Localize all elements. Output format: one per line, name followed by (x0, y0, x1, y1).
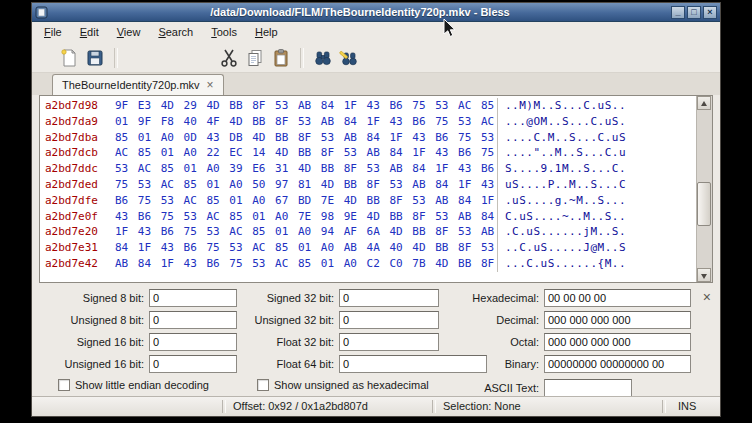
hex-bytes[interactable]: 84 1F 43 B6 75 53 AC 85 01 A0 AB 4A 40 4… (115, 240, 497, 256)
ascii-text[interactable]: ...@OM..S...C.uS. (497, 114, 626, 130)
hex-bytes[interactable]: 01 9F F8 40 4F 4D BB 8F 53 AB 84 1F 43 B… (115, 114, 497, 130)
tab-bar: TheBourneIdentity720p.mkv × (32, 73, 720, 95)
float-64bit-label: Float 64 bit: (232, 358, 334, 370)
hex-bytes[interactable]: 85 01 A0 0D 43 DB 4D BB 8F 53 AB 84 1F 4… (115, 130, 497, 146)
offset-label: a2bd7e20 (45, 224, 103, 240)
hexadecimal-input[interactable] (544, 289, 691, 307)
menu-item-tools[interactable]: Tools (202, 22, 246, 43)
panel-column-right: Hexadecimal:Decimal:Octal:Binary: (427, 289, 691, 377)
hex-view: a2bd7d989F E3 4D 29 4D BB 8F 53 AB 84 1F… (39, 95, 713, 283)
ascii-text[interactable]: .uS....g.~M..S... (497, 193, 626, 209)
hex-bytes[interactable]: AB 84 1F 43 B6 75 53 AC 85 01 A0 C2 C0 7… (115, 256, 497, 272)
unsigned-16bit-input[interactable] (149, 355, 237, 373)
find-button[interactable] (310, 45, 336, 71)
ascii-text[interactable]: ...C.uS......{M.. (497, 256, 626, 272)
menu-item-help[interactable]: Help (246, 22, 287, 43)
ascii-text[interactable]: S....9.1M..S...C. (497, 161, 626, 177)
unsigned-8bit-field: Unsigned 8 bit: (58, 311, 237, 329)
save-document-button[interactable] (82, 45, 108, 71)
tab-thebourneidentity720p-mkv[interactable]: TheBourneIdentity720p.mkv × (52, 74, 224, 95)
signed-16bit-field: Signed 16 bit: (58, 333, 237, 351)
ascii-text[interactable]: uS....P..M..S...C (497, 177, 626, 193)
hex-bytes[interactable]: 53 AC 85 01 A0 39 E6 31 4D BB 8F 53 AB 8… (115, 161, 497, 177)
unsigned-32bit-label: Unsigned 32 bit: (232, 314, 334, 326)
maximize-button[interactable]: □ (687, 6, 701, 19)
hex-bytes[interactable]: AC 85 01 A0 22 EC 14 4D BB 8F 53 AB 84 1… (115, 145, 497, 161)
binary-label: Binary: (427, 358, 539, 370)
tab-label: TheBourneIdentity720p.mkv (62, 79, 200, 91)
ascii-text[interactable]: ...."..M..S...C.u (497, 145, 626, 161)
minimize-button[interactable]: _ (671, 6, 685, 19)
octal-label: Octal: (427, 336, 539, 348)
checkbox-label: Show little endian decoding (75, 379, 209, 391)
unsigned-hex-checkbox[interactable]: Show unsigned as hexadecimal (257, 379, 429, 391)
panel-close-icon[interactable]: × (703, 291, 711, 303)
little-endian-checkbox[interactable]: Show little endian decoding (58, 379, 209, 391)
checkbox-box[interactable] (257, 379, 269, 391)
cut-button[interactable] (216, 45, 242, 71)
hex-bytes[interactable]: B6 75 53 AC 85 01 A0 67 BD 7E 4D BB 8F 5… (115, 193, 497, 209)
ascii-text[interactable]: ....C.M..S...C.uS (497, 130, 626, 146)
menu-item-file[interactable]: File (35, 22, 71, 43)
decimal-input[interactable] (544, 311, 691, 329)
signed-8bit-label: Signed 8 bit: (58, 292, 144, 304)
checkbox-box[interactable] (58, 379, 70, 391)
hexadecimal-field: Hexadecimal: (427, 289, 691, 307)
unsigned-32bit-input[interactable] (339, 311, 439, 329)
octal-input[interactable] (544, 333, 691, 351)
hex-row: a2bd7e201F 43 B6 75 53 AC 85 01 A0 94 AF… (40, 224, 696, 240)
statusbar-separator (432, 400, 436, 413)
menu-item-edit[interactable]: Edit (71, 22, 108, 43)
ascii-text[interactable]: ..M)M..S...C.uS.. (497, 98, 626, 114)
ascii-text[interactable]: C.uS....~..M..S.. (497, 209, 626, 225)
paste-button[interactable] (268, 45, 294, 71)
ascii-text[interactable]: ..C.uS.....J@M..S (497, 240, 626, 256)
signed-8bit-input[interactable] (149, 289, 237, 307)
window-title: /data/Download/FILM/TheBourneIdentity720… (51, 6, 669, 18)
ascii-text[interactable]: .C.uS......jM..S. (497, 224, 626, 240)
find-and-replace-button[interactable] (336, 45, 362, 71)
toolbar (32, 43, 720, 73)
panel-column-left: Signed 8 bit:Unsigned 8 bit:Signed 16 bi… (58, 289, 237, 377)
binary-input[interactable] (544, 355, 691, 373)
menu-item-search[interactable]: Search (149, 22, 202, 43)
hex-bytes[interactable]: 1F 43 B6 75 53 AC 85 01 A0 94 AF 6A 4D B… (115, 224, 497, 240)
scrollbar-thumb[interactable] (697, 182, 711, 227)
signed-16bit-input[interactable] (149, 333, 237, 351)
hex-row: a2bd7dba85 01 A0 0D 43 DB 4D BB 8F 53 AB… (40, 130, 696, 146)
vertical-scrollbar[interactable] (696, 96, 712, 282)
find-and-replace-icon (339, 48, 359, 68)
offset-label: a2bd7dba (45, 130, 103, 146)
hex-bytes[interactable]: 75 53 AC 85 01 A0 50 97 81 4D BB 8F 53 A… (115, 177, 497, 193)
checkbox-label: Show unsigned as hexadecimal (274, 379, 429, 391)
paste-icon (271, 48, 291, 68)
signed-16bit-label: Signed 16 bit: (58, 336, 144, 348)
signed-32bit-input[interactable] (339, 289, 439, 307)
tab-close-icon[interactable]: × (207, 80, 214, 90)
octal-field: Octal: (427, 333, 691, 351)
hex-bytes[interactable]: 43 B6 75 53 AC 85 01 A0 7E 98 9E 4D BB 8… (115, 209, 497, 225)
menu-bar: FileEditViewSearchToolsHelp (32, 22, 720, 43)
unsigned-8bit-label: Unsigned 8 bit: (58, 314, 144, 326)
checkbox-row: Show little endian decoding Show unsigne… (32, 379, 720, 397)
hex-bytes[interactable]: 9F E3 4D 29 4D BB 8F 53 AB 84 1F 43 B6 7… (115, 98, 497, 114)
unsigned-8bit-input[interactable] (149, 311, 237, 329)
new-document-button[interactable] (56, 45, 82, 71)
decimal-label: Decimal: (427, 314, 539, 326)
hexadecimal-label: Hexadecimal: (427, 292, 539, 304)
statusbar-insert-mode: INS (678, 400, 696, 412)
offset-label: a2bd7dcb (45, 145, 103, 161)
ascii-text-label: ASCII Text: (427, 382, 539, 394)
close-button[interactable]: × (703, 6, 717, 19)
ascii-text-input[interactable] (544, 379, 632, 397)
scroll-up-button[interactable] (697, 96, 711, 110)
scroll-down-button[interactable] (697, 268, 711, 282)
float-32bit-input[interactable] (339, 333, 439, 351)
statusbar-selection: Selection: None (443, 400, 521, 412)
hex-row: a2bd7dcbAC 85 01 A0 22 EC 14 4D BB 8F 53… (40, 145, 696, 161)
unsigned-16bit-field: Unsigned 16 bit: (58, 355, 237, 373)
status-bar: Offset: 0x92 / 0x1a2bd807d Selection: No… (32, 396, 720, 416)
menu-item-view[interactable]: View (108, 22, 150, 43)
copy-button[interactable] (242, 45, 268, 71)
toolbar-separator (300, 48, 304, 68)
